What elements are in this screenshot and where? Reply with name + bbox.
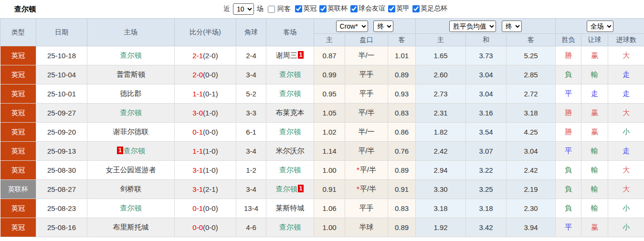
team-name: 查尔顿: [120, 51, 142, 59]
odds-home: 0.91: [314, 180, 345, 199]
team-name: 查尔顿: [120, 204, 142, 212]
league-badge: 英冠: [0, 46, 36, 65]
match-history-table: 类型 日期 主场 比分(半场) 角球 客场 Crow* 终 胜平负均值 终: [0, 18, 644, 237]
avg-away: 3.94: [507, 218, 556, 237]
home-team: 1查尔顿: [87, 142, 175, 161]
corner-score: 5-2: [236, 84, 266, 104]
avg-type-select[interactable]: 胜平负均值: [449, 21, 496, 32]
league-filters: 英冠英联杯球会友谊英甲英足总杯: [292, 4, 447, 14]
result-win-loss: 負: [556, 65, 581, 84]
match-date: 25-09-27: [36, 104, 87, 123]
odds-state-select[interactable]: 终: [373, 21, 393, 32]
away-team: 查尔顿1: [266, 180, 314, 199]
odds-away: 0.89: [388, 161, 416, 180]
team-name: 查尔顿: [279, 166, 301, 174]
score-halftime: (0-0): [203, 128, 218, 136]
score-cell: 2-1(2-0): [175, 46, 236, 65]
score-halftime: (2-1): [203, 185, 218, 193]
score-fulltime: 0-1: [192, 128, 203, 136]
odds-away: 0.83: [388, 199, 416, 218]
league-filter[interactable]: 球会友谊: [348, 4, 385, 13]
league-filter[interactable]: 英甲: [385, 4, 410, 13]
avg-draw: 3.04: [466, 65, 507, 84]
match-row: 英联杯25-08-27剑桥联3-1(2-1)3-4查尔顿10.91*平/半0.9…: [0, 180, 644, 199]
filter-controls: 近 10 场 同客 英冠英联杯球会友谊英甲英足总杯: [222, 3, 447, 15]
home-team: 剑桥联: [87, 180, 175, 199]
result-win-loss: 負: [556, 180, 581, 199]
result-win-loss: 負: [556, 161, 581, 180]
home-team: 谢菲尔德联: [87, 123, 175, 142]
league-filter-checkbox[interactable]: [388, 5, 395, 12]
team-name: 查尔顿: [124, 147, 145, 155]
away-team: 查尔顿: [266, 218, 314, 237]
score-halftime: (0-0): [203, 223, 218, 231]
score-fulltime: 2-1: [192, 52, 203, 60]
odds-away: 0.83: [388, 104, 416, 123]
score-cell: 3-1(1-0): [175, 161, 236, 180]
handicap: *平/半: [345, 161, 388, 180]
away-team: 莱斯特城: [266, 199, 314, 218]
league-filter[interactable]: 英冠: [292, 4, 317, 13]
team-name: 普雷斯顿: [116, 70, 145, 78]
col-result: 胜负: [556, 34, 581, 46]
result-handicap: 赢: [581, 104, 608, 123]
avg-away: 2.85: [507, 65, 556, 84]
away-team: 查尔顿: [266, 161, 314, 180]
result-win-loss: 負: [556, 199, 581, 218]
avg-draw: 3.16: [466, 104, 507, 123]
team-name: 女王公园巡游者: [106, 166, 156, 174]
handicap: 平/半: [345, 104, 388, 123]
team-name: 查尔顿: [279, 223, 301, 231]
match-row: 英冠25-10-04普雷斯顿2-0(0-0)3-4查尔顿0.99平手0.892.…: [0, 65, 644, 84]
league-filter[interactable]: 英联杯: [317, 4, 348, 13]
avg-home: 2.94: [416, 161, 466, 180]
match-row: 英冠25-09-131查尔顿1-1(1-0)3-4米尔沃尔1.14平/半0.76…: [0, 142, 644, 161]
handicap: *平/半: [345, 180, 388, 199]
avg-draw: 3.22: [466, 161, 507, 180]
avg-state-select[interactable]: 终: [502, 21, 522, 32]
avg-away: 2.19: [507, 180, 556, 199]
match-row: 英冠25-09-27查尔顿3-0(1-0)3-3布莱克本1.05平/半0.832…: [0, 104, 644, 123]
avg-away: 3.04: [507, 142, 556, 161]
league-filter-checkbox[interactable]: [412, 5, 420, 12]
handicap-star: *: [357, 185, 359, 193]
avg-controls: 胜平负均值 终: [416, 19, 556, 34]
odds-home: 0.87: [314, 46, 345, 65]
match-row: 英冠25-08-23查尔顿0-1(0-0)13-4莱斯特城1.06平手0.833…: [0, 199, 644, 218]
home-team: 查尔顿: [87, 46, 175, 65]
col-type: 类型: [0, 19, 36, 46]
score-cell: 1-1(1-0): [175, 142, 236, 161]
match-date: 25-08-23: [36, 199, 87, 218]
team-name: 德比郡: [120, 89, 142, 97]
league-filter-checkbox[interactable]: [350, 5, 358, 12]
corner-score: 6-1: [236, 123, 266, 142]
scope-select[interactable]: 全场: [587, 21, 613, 32]
result-goals: 大: [608, 180, 644, 199]
match-row: 英冠25-10-18查尔顿2-1(2-0)2-4谢周三10.87半/一1.011…: [0, 46, 644, 65]
corner-score: 3-3: [236, 104, 266, 123]
score-fulltime: 1-1: [192, 147, 203, 155]
col-goals-result: 进球数: [608, 34, 644, 46]
league-filter-checkbox[interactable]: [295, 5, 302, 12]
team-name: 剑桥联: [120, 185, 142, 193]
corner-score: 2-4: [236, 46, 266, 65]
match-date: 25-09-20: [36, 123, 87, 142]
away-team: 米尔沃尔: [266, 142, 314, 161]
games-label: 场: [257, 5, 264, 13]
same-venue-checkbox[interactable]: [268, 6, 275, 13]
league-filter-checkbox[interactable]: [319, 5, 327, 12]
odds-company-select[interactable]: Crow*: [336, 21, 368, 32]
score-cell: 0-1(0-0): [175, 123, 236, 142]
col-corner: 角球: [236, 19, 266, 46]
recent-count-select[interactable]: 10: [233, 3, 254, 15]
result-goals: 走: [608, 65, 644, 84]
home-team: 查尔顿: [87, 199, 175, 218]
odds-away: 0.89: [388, 65, 416, 84]
score-halftime: (1-0): [203, 109, 218, 117]
league-badge: 英冠: [0, 218, 36, 237]
team-name: 谢周三: [276, 51, 297, 59]
match-row: 英冠25-08-30女王公园巡游者3-1(1-0)1-2查尔顿1.00*平/半0…: [0, 161, 644, 180]
league-filter[interactable]: 英足总杯: [410, 4, 447, 13]
result-goals: 大: [608, 104, 644, 123]
league-filter-label: 英甲: [396, 4, 410, 13]
